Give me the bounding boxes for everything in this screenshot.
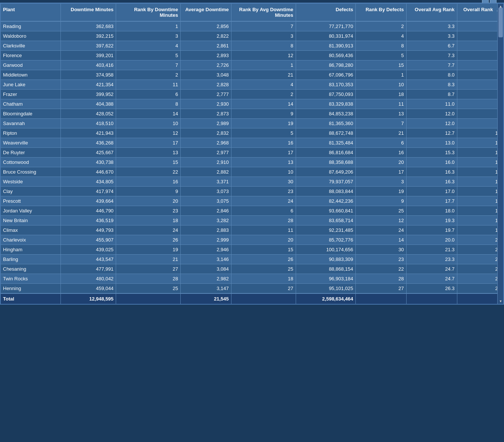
cell-overall_rank: 4	[457, 60, 503, 70]
cell-downtime_minutes: 399,201	[60, 51, 116, 60]
cell-rank_by_defects: 12	[355, 216, 406, 225]
cell-overall_avg_rank: 21.3	[406, 245, 457, 255]
cell-overall_avg_rank: 12.7	[406, 128, 457, 138]
cell-avg_downtime: 2,946	[180, 245, 231, 255]
cell-plant: Henning	[1, 284, 60, 294]
col-header-rank-by-downtime[interactable]: Rank By Downtime Minutes	[116, 4, 181, 21]
cell-defects: 81,325,484	[296, 138, 355, 148]
cell-overall_rank: 17	[457, 206, 503, 216]
table-row: Clarksville397,62242,861881,390,91386.72	[1, 41, 503, 51]
table-row: Weaverville436,268172,9681681,325,484613…	[1, 138, 503, 148]
cell-rank_by_avg_downtime: 23	[231, 187, 296, 196]
cell-rank_by_avg_downtime: 26	[231, 255, 296, 264]
cell-rank_by_downtime: 2	[116, 70, 181, 80]
cell-avg_downtime: 2,930	[180, 99, 231, 109]
cell-rank_by_defects: 15	[355, 60, 406, 70]
cell-downtime_minutes: 443,547	[60, 255, 116, 264]
cell-defects: 83,329,838	[296, 99, 355, 109]
cell-rank_by_downtime: 9	[116, 187, 181, 196]
cell-avg_downtime: 2,873	[180, 109, 231, 119]
cell-avg_downtime: 3,073	[180, 187, 231, 196]
cell-plant: Garwood	[1, 60, 60, 70]
scroll-up-icon[interactable]: ▲	[499, 5, 503, 8]
cell-rank_by_downtime: 15	[116, 158, 181, 167]
cell-downtime_minutes: 397,622	[60, 41, 116, 51]
table-row: Prescott439,664203,0752482,442,236917.71…	[1, 196, 503, 206]
cell-plant: Savannah	[1, 119, 60, 128]
cell-overall_avg_rank: 26.3	[406, 284, 457, 294]
col-header-rank-by-avg-downtime[interactable]: Rank By Avg Downtime Minutes	[231, 4, 296, 21]
col-header-overall-rank[interactable]: Overall Rank ▲	[457, 4, 503, 21]
table-row: June Lake421,354112,828483,170,353108.36	[1, 80, 503, 90]
cell-defects: 88,672,748	[296, 128, 355, 138]
scroll-down-icon[interactable]: ▼	[499, 300, 503, 303]
cell-rank_by_downtime: 3	[116, 31, 181, 41]
cell-overall_rank: 8	[457, 99, 503, 109]
cell-defects: 82,442,236	[296, 196, 355, 206]
col-header-rank-by-defects[interactable]: Rank By Defects	[355, 4, 406, 21]
cell-rank_by_defects: 6	[355, 138, 406, 148]
cell-rank_by_avg_downtime: 6	[231, 206, 296, 216]
cell-overall_rank: 23	[457, 264, 503, 274]
col-header-downtime-minutes[interactable]: Downtime Minutes	[60, 4, 116, 21]
cell-overall_avg_rank: 19.7	[406, 225, 457, 235]
table-row: Westside434,805163,3713079,937,057316.31…	[1, 177, 503, 187]
cell-plant: Westside	[1, 177, 60, 187]
cell-avg_downtime: 2,861	[180, 41, 231, 51]
col-header-defects[interactable]: Defects	[296, 4, 355, 21]
cell-downtime_minutes: 421,943	[60, 128, 116, 138]
cell-rank_by_avg_downtime: 24	[231, 196, 296, 206]
cell-downtime_minutes: 449,793	[60, 225, 116, 235]
cell-plant: Cottonwood	[1, 158, 60, 167]
col-header-avg-downtime[interactable]: Average Downtime	[180, 4, 231, 21]
cell-rank_by_avg_downtime: 19	[231, 119, 296, 128]
table-row: Middletown374,95823,0482167,096,79618.05	[1, 70, 503, 80]
cell-overall_rank: 21	[457, 245, 503, 255]
cell-plant: Prescott	[1, 196, 60, 206]
cell-defects: 87,649,206	[296, 167, 355, 177]
cell-plant: Hingham	[1, 245, 60, 255]
cell-rank_by_avg_downtime: 8	[231, 41, 296, 51]
cell-rank_by_downtime: 8	[116, 99, 181, 109]
cell-overall_rank: 19	[457, 225, 503, 235]
cell-downtime_minutes: 459,044	[60, 284, 116, 294]
table-row: New Britain436,519183,2822883,658,714121…	[1, 216, 503, 225]
cell-avg_downtime: 2,777	[180, 90, 231, 99]
cell-defects: 67,096,796	[296, 70, 355, 80]
cell-downtime_minutes: 417,974	[60, 187, 116, 196]
cell-rank_by_avg_downtime: 2	[231, 90, 296, 99]
cell-rank_by_downtime: 23	[116, 206, 181, 216]
cell-defects: 80,569,436	[296, 51, 355, 60]
cell-rank_by_defects: 1	[355, 70, 406, 80]
footer-downtime-minutes: 12,948,595	[60, 293, 116, 304]
col-header-plant[interactable]: Plant	[1, 4, 60, 21]
footer-avg-downtime: 21,545	[180, 293, 231, 304]
col-header-overall-avg-rank[interactable]: Overall Avg Rank	[406, 4, 457, 21]
table-header-row: Plant Downtime Minutes Rank By Downtime …	[1, 4, 503, 21]
table-row: Jordan Valley446,790232,846693,660,84125…	[1, 206, 503, 216]
cell-overall_avg_rank: 7.3	[406, 51, 457, 60]
cell-plant: New Britain	[1, 216, 60, 225]
cell-rank_by_avg_downtime: 28	[231, 216, 296, 225]
table-row: Barling443,547213,1462690,883,3092323.32…	[1, 255, 503, 264]
scrollbar-thumb[interactable]	[498, 7, 503, 37]
cell-overall_avg_rank: 15.3	[406, 148, 457, 158]
cell-rank_by_avg_downtime: 13	[231, 158, 296, 167]
cell-overall_rank: 14	[457, 167, 503, 177]
cell-plant: Clarksville	[1, 41, 60, 51]
cell-rank_by_defects: 13	[355, 109, 406, 119]
scrollbar-track[interactable]: ▲ ▼	[497, 4, 503, 304]
footer-rank-by-avg-downtime	[231, 293, 296, 304]
table-row: Climax449,793242,8831192,231,4852419.719	[1, 225, 503, 235]
cell-overall_avg_rank: 7.7	[406, 60, 457, 70]
cell-rank_by_downtime: 24	[116, 225, 181, 235]
cell-rank_by_downtime: 16	[116, 177, 181, 187]
cell-defects: 88,358,688	[296, 158, 355, 167]
cell-rank_by_avg_downtime: 4	[231, 80, 296, 90]
cell-rank_by_defects: 20	[355, 158, 406, 167]
cell-rank_by_avg_downtime: 14	[231, 99, 296, 109]
cell-rank_by_avg_downtime: 16	[231, 138, 296, 148]
footer-label: Total	[1, 293, 60, 304]
table-row: Henning459,044253,1472795,101,0252726.32…	[1, 284, 503, 294]
cell-overall_avg_rank: 6.7	[406, 41, 457, 51]
